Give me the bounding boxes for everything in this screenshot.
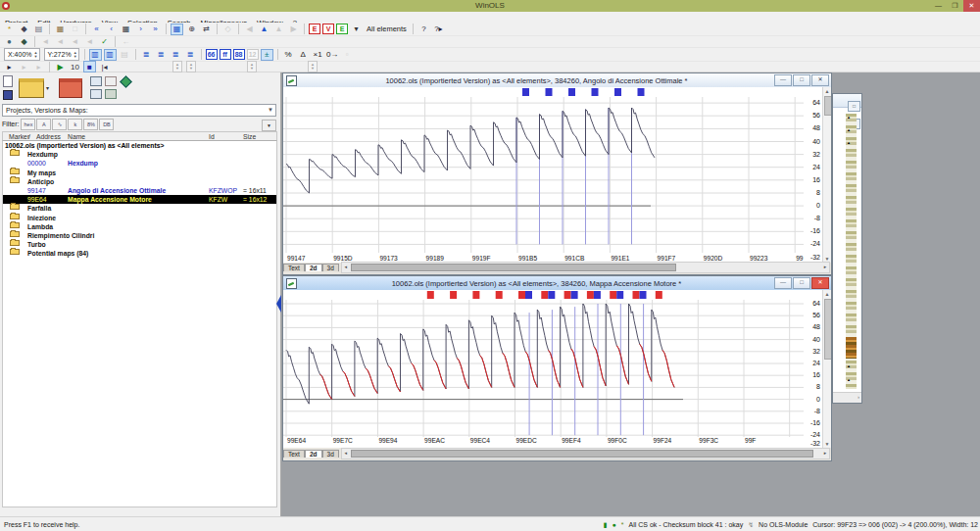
map-window-mappa[interactable]: 10062.ols (Importierted Version) as <All… — [282, 275, 832, 461]
filter-curve-icon[interactable]: ∿ — [52, 119, 67, 130]
tree-map-00000[interactable]: 00000Hexdump — [3, 159, 276, 168]
folder-dropdown-icon[interactable]: ▾ — [46, 84, 49, 91]
map-window-angolo[interactable]: 10062.ols (Importierted Version) as <All… — [282, 72, 832, 275]
scroll-thumb[interactable] — [824, 299, 831, 360]
import-folder-icon[interactable] — [59, 78, 82, 98]
acquire-icon[interactable]: ◆ — [18, 36, 30, 48]
tree-folder-riempimento-cilindri[interactable]: Riempimento Cilindri — [3, 231, 276, 240]
filter-dropdown-icon[interactable]: ▼ — [262, 120, 276, 131]
offset-icon[interactable]: 0→ — [326, 49, 339, 61]
eye-icon[interactable]: ● — [3, 36, 16, 48]
vertical-scrollbar[interactable]: ▲ ▼ — [822, 87, 831, 263]
scroll-right-icon[interactable]: ▸ — [821, 449, 829, 459]
horizontal-scrollbar[interactable]: › — [833, 392, 861, 403]
grid-mode-1-icon[interactable]: ≣ — [140, 49, 153, 61]
background-hexdump-window[interactable]: □ × ▲ ▲ ▲ ▲ ▲ › — [832, 93, 862, 404]
tree-folder-turbo[interactable]: Turbo — [3, 240, 276, 249]
open-project-folder-icon[interactable] — [19, 78, 44, 98]
maximize-icon[interactable]: ❐ — [947, 0, 963, 12]
scroll-down-icon[interactable]: ▼ — [823, 440, 831, 448]
child-titlebar[interactable]: 10062.ols (Importierted Version) as <All… — [283, 276, 831, 291]
tree-root-row[interactable]: 10062.ols (Importierted Version) as <All… — [3, 141, 276, 150]
scroll-left-icon[interactable]: ◂ — [342, 449, 350, 459]
decimal-view-icon[interactable]: 66 — [206, 49, 218, 60]
horizontal-scrollbar[interactable]: ◂ ▸ — [341, 262, 830, 273]
filter-hex-icon[interactable]: hex — [21, 119, 35, 130]
child-titlebar[interactable]: 10062.ols (Importierted Version) as <All… — [283, 73, 831, 88]
column-header-marker[interactable]: Marker — [9, 132, 29, 141]
element-dropdown-icon[interactable]: ▾ — [350, 24, 363, 35]
maximize-icon[interactable]: □ — [793, 277, 810, 289]
factor-icon[interactable]: ×1 — [312, 49, 324, 61]
column-header-id[interactable]: Id — [209, 132, 215, 141]
all-elements-select[interactable]: All elements — [364, 24, 410, 33]
tab-2d[interactable]: 2d — [305, 450, 322, 458]
panel-selector[interactable]: Projects, Versions & Maps: ▼ — [2, 104, 276, 117]
hex-view-icon[interactable]: ff — [220, 49, 231, 60]
pointer-edit-icon[interactable]: ▸ — [3, 61, 16, 72]
vertical-scrollbar[interactable]: ▲ ▼ — [822, 290, 831, 448]
value-spinner[interactable]: ▲▼ — [308, 61, 318, 72]
minimize-icon[interactable]: — — [774, 277, 792, 289]
chart-canvas-angolo[interactable]: 6456484032241680-8-16-24-32991479915D991… — [283, 87, 823, 265]
tree-folder-iniezione[interactable]: Iniezione — [3, 214, 276, 222]
context-help-icon[interactable]: ?▸ — [432, 24, 445, 35]
gem-icon[interactable] — [120, 75, 132, 88]
print-icon[interactable]: ▤ — [32, 24, 45, 35]
grid-mode-3-icon[interactable]: ≣ — [170, 49, 182, 61]
tree-folder-my-maps[interactable]: My maps — [3, 169, 276, 177]
maximize-icon[interactable]: □ — [793, 74, 810, 86]
close-icon[interactable]: ✕ — [811, 277, 829, 289]
filter-k-icon[interactable]: k — [68, 119, 82, 130]
tab-2d[interactable]: 2d — [305, 264, 322, 271]
y-zoom-spinner[interactable]: Y:272%▲▼ — [44, 48, 79, 61]
close-icon[interactable]: ✕ — [811, 74, 829, 86]
export-window-icon[interactable] — [90, 76, 102, 86]
close-window-icon[interactable] — [90, 89, 102, 99]
sign-toggle-icon[interactable]: ± — [261, 49, 273, 61]
minimize-icon[interactable]: — — [774, 74, 792, 86]
tree-folder-farfalla[interactable]: Farfalla — [3, 204, 276, 213]
tree-folder-hexdump[interactable]: Hexdump — [3, 150, 276, 159]
delta-icon[interactable]: Δ — [297, 49, 310, 61]
background-window-titlebar[interactable]: □ × — [833, 94, 861, 108]
tree-map-99e64[interactable]: 99E64Mappa Accensione MotoreKFZW= 16x12 — [3, 195, 276, 204]
x-zoom-spinner[interactable]: X:400%▲▼ — [4, 48, 40, 61]
view-2d-curve-icon[interactable]: ▥ — [89, 49, 102, 61]
prev-version-icon[interactable]: ‹ — [105, 24, 118, 35]
first-version-icon[interactable]: « — [90, 24, 103, 35]
scroll-thumb[interactable] — [351, 264, 676, 271]
tab-text[interactable]: Text — [283, 264, 305, 271]
minimize-icon[interactable]: — — [930, 0, 947, 12]
filter-text-icon[interactable]: A — [36, 119, 51, 130]
magic-edit-icon[interactable] — [105, 76, 117, 86]
scroll-up-icon[interactable]: ▲ — [823, 290, 831, 298]
grid-mode-4-icon[interactable]: ≣ — [184, 49, 197, 61]
column-header-slash[interactable]: / — [28, 132, 30, 141]
column-header-address[interactable]: Address — [36, 132, 61, 141]
value-spinner[interactable]: ▲▼ — [247, 61, 257, 72]
project-properties-icon[interactable]: ▦ — [54, 24, 67, 35]
main-titlebar[interactable]: WinOLS — ❐ ✕ — [0, 0, 980, 12]
next-version-icon[interactable]: › — [134, 24, 147, 35]
column-header-size[interactable]: Size — [243, 132, 256, 141]
new-project-icon[interactable]: * — [3, 24, 16, 35]
percent-icon[interactable]: % — [282, 49, 295, 61]
open-project-icon[interactable]: ◆ — [18, 24, 30, 35]
scroll-thumb[interactable] — [351, 450, 813, 458]
new-file-icon[interactable] — [3, 75, 13, 87]
version-list-icon[interactable]: ▦ — [120, 24, 132, 35]
maximize-icon[interactable]: □ — [848, 101, 860, 112]
hexdump-view-icon[interactable]: ▦ — [171, 24, 183, 35]
scroll-left-icon[interactable]: ◂ — [342, 263, 350, 272]
value-spinner[interactable]: ▲▼ — [172, 61, 182, 72]
scroll-up-icon[interactable]: ▲ — [823, 87, 831, 95]
view-2d-bars-icon[interactable]: ▥ — [104, 49, 117, 61]
grid-mode-2-icon[interactable]: ≣ — [155, 49, 168, 61]
upload-icon[interactable]: ▲ — [258, 24, 270, 35]
scroll-right-icon[interactable]: ▸ — [821, 263, 829, 272]
column-header-name[interactable]: Name — [68, 132, 85, 141]
tree-folder-lambda[interactable]: Lambda — [3, 222, 276, 231]
tab-text[interactable]: Text — [283, 450, 305, 458]
map-flag-icon[interactable]: ▶ — [54, 61, 67, 72]
